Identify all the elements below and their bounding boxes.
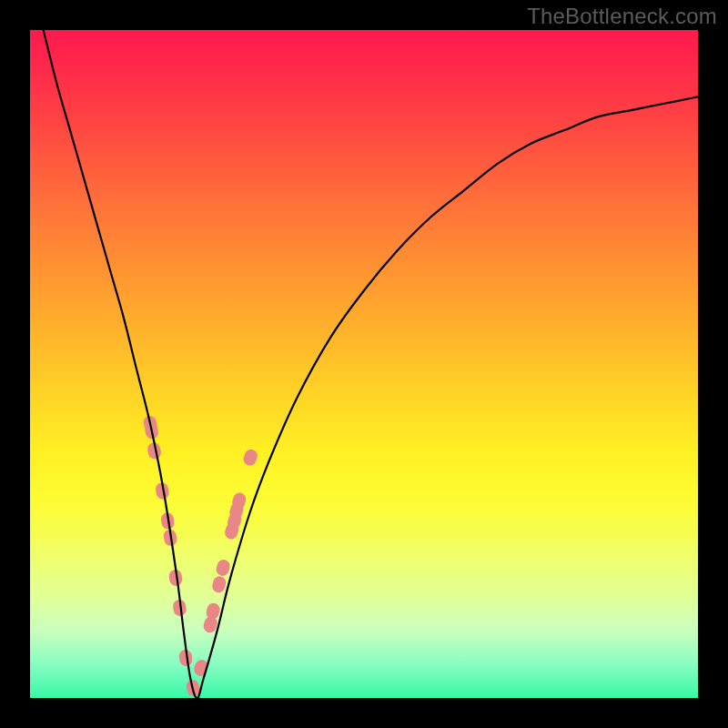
highlight-marker	[242, 448, 259, 467]
plot-area	[30, 30, 698, 698]
bottleneck-curve	[44, 30, 698, 698]
chart-svg	[30, 30, 698, 698]
chart-frame: TheBottleneck.com	[0, 0, 728, 728]
watermark-text: TheBottleneck.com	[527, 4, 717, 29]
highlight-markers-group	[142, 415, 258, 697]
highlight-marker	[211, 575, 228, 594]
highlight-marker	[215, 558, 231, 577]
